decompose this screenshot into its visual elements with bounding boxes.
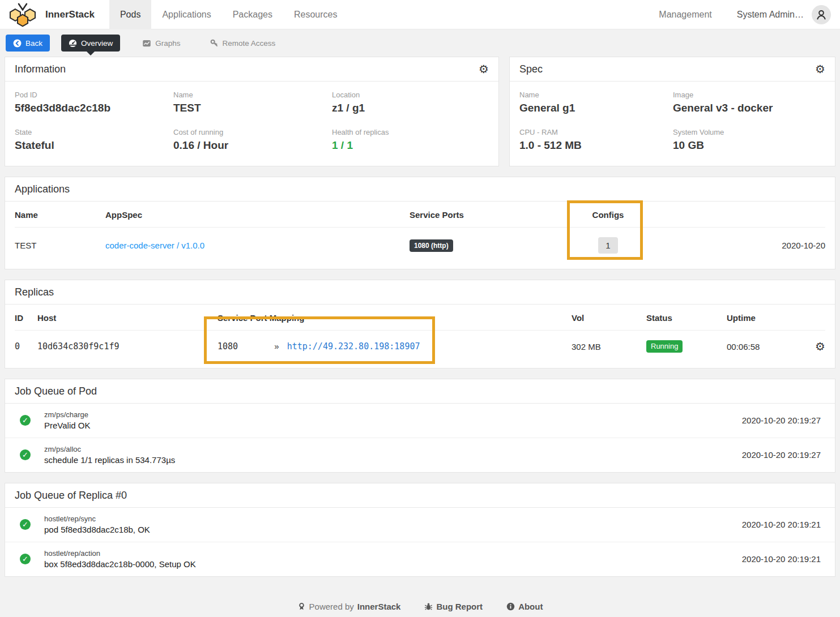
job-row: ✓ hostlet/rep/sync pod 5f8ed3d8dac2c18b,… [5, 508, 835, 542]
brand-logo-icon[interactable] [7, 1, 39, 28]
page: InnerStack Pods Applications Packages Re… [0, 0, 840, 617]
status-badge: Running [646, 340, 683, 353]
replica-vol: 302 MB [572, 342, 646, 352]
information-settings-gear-icon[interactable]: ⚙ [479, 63, 489, 75]
appspec-link[interactable]: coder-code-server / v1.0.0 [105, 241, 204, 250]
info-circle-icon [506, 602, 515, 611]
tab-overview[interactable]: Overview [61, 35, 120, 52]
information-card: Information ⚙ Pod ID 5f8ed3d8dac2c18b Na… [5, 57, 499, 166]
field-cost: Cost of running 0.16 / Hour [173, 128, 332, 152]
field-spec-volume: System Volume 10 GB [673, 128, 825, 152]
check-circle-icon: ✓ [20, 415, 31, 426]
job-queue-pod-card: Job Queue of Pod ✓ zm/ps/charge PreValid… [5, 379, 835, 473]
brand-name: InnerStack [45, 9, 95, 20]
nav-tab-pods[interactable]: Pods [109, 0, 151, 29]
app-date: 2020-10-20 [643, 241, 825, 250]
replica-settings-gear-icon[interactable]: ⚙ [815, 341, 825, 352]
job-result: PreValid OK [44, 421, 742, 430]
nav-right: Management System Admin… [646, 0, 840, 29]
pod-toolbar: Back Overview Graphs Remote Access [0, 29, 840, 54]
applications-title: Applications [15, 183, 70, 195]
tab-graphs[interactable]: Graphs [135, 35, 187, 52]
job-time: 2020-10-20 20:19:27 [742, 450, 821, 460]
nav-tab-resources[interactable]: Resources [283, 0, 348, 29]
information-title: Information [15, 63, 66, 75]
honeycomb-bee-icon [8, 2, 37, 28]
applications-table-header: Name AppSpec Service Ports Configs [15, 202, 825, 228]
field-state: State Stateful [15, 128, 173, 152]
job-row: ✓ zm/ps/alloc schedule 1/1 replicas in 5… [5, 438, 835, 472]
job-row: ✓ hostlet/rep/action box 5f8ed3d8dac2c18… [5, 542, 835, 576]
bug-report-label: Bug Report [436, 602, 483, 611]
nav-tab-packages[interactable]: Packages [222, 0, 283, 29]
replicas-card: Replicas ID Host Service Port Mapping Vo… [5, 280, 835, 369]
job-queue-replica-card: Job Queue of Replica #0 ✓ hostlet/rep/sy… [5, 483, 835, 577]
mapping-url-link[interactable]: http://49.232.80.198:18907 [287, 341, 420, 352]
powered-by-prefix: Powered by [309, 602, 354, 611]
spec-card: Spec ⚙ Name General g1 Image General v3 … [509, 57, 835, 166]
replicas-title: Replicas [15, 286, 54, 298]
nav-management[interactable]: Management [646, 0, 724, 29]
back-label: Back [25, 39, 42, 48]
check-circle-icon: ✓ [20, 449, 31, 460]
replica-row: 0 10d634c830f9c1f9 1080 » http://49.232.… [15, 331, 825, 363]
check-circle-icon: ✓ [20, 554, 31, 564]
main-nav: Pods Applications Packages Resources [109, 0, 348, 29]
footer: Powered by InnerStack Bug Report About [5, 587, 835, 617]
job-queue-replica-title: Job Queue of Replica #0 [15, 490, 127, 502]
configs-count-button[interactable]: 1 [598, 237, 617, 254]
job-time: 2020-10-20 20:19:21 [742, 520, 821, 529]
award-ribbon-icon [297, 602, 306, 611]
tab-remote-access[interactable]: Remote Access [203, 35, 283, 52]
about-link[interactable]: About [506, 602, 543, 611]
job-result: box 5f8ed3d8dac2c18b-0000, Setup OK [44, 559, 742, 569]
application-row: TEST coder-code-server / v1.0.0 1080 (ht… [15, 228, 825, 264]
field-location: Location z1 / g1 [332, 91, 489, 114]
job-name: hostlet/rep/action [44, 549, 742, 558]
speedometer-icon [69, 39, 77, 48]
powered-by-link[interactable]: Powered by InnerStack [297, 602, 401, 611]
job-name: hostlet/rep/sync [44, 515, 742, 523]
job-row: ✓ zm/ps/charge PreValid OK 2020-10-20 20… [5, 404, 835, 438]
spec-title: Spec [519, 63, 543, 75]
job-time: 2020-10-20 20:19:27 [742, 415, 821, 425]
app-name: TEST [15, 241, 105, 250]
key-icon [210, 39, 219, 48]
chevron-left-circle-icon [13, 39, 22, 48]
bug-report-link[interactable]: Bug Report [424, 602, 483, 611]
spec-settings-gear-icon[interactable]: ⚙ [815, 63, 825, 75]
field-spec-cpu-ram: CPU - RAM 1.0 - 512 MB [519, 128, 673, 152]
job-time: 2020-10-20 20:19:21 [742, 554, 821, 564]
field-name: Name TEST [173, 91, 332, 114]
content: Information ⚙ Pod ID 5f8ed3d8dac2c18b Na… [0, 54, 840, 617]
replica-id: 0 [15, 341, 37, 352]
nav-tab-applications[interactable]: Applications [151, 0, 221, 29]
back-button[interactable]: Back [6, 35, 50, 52]
replica-host: 10d634c830f9c1f9 [37, 341, 218, 352]
job-name: zm/ps/alloc [44, 445, 742, 453]
field-pod-id: Pod ID 5f8ed3d8dac2c18b [15, 91, 173, 114]
powered-by-brand: InnerStack [357, 602, 401, 611]
job-result: pod 5f8ed3d8dac2c18b, OK [44, 525, 742, 534]
person-icon [815, 8, 828, 21]
field-health: Health of replicas 1 / 1 [332, 128, 489, 152]
applications-card: Applications Name AppSpec Service Ports … [5, 177, 835, 269]
nav-user-name[interactable]: System Admin… [724, 0, 812, 29]
graphs-label: Graphs [155, 39, 180, 48]
replicas-table-header: ID Host Service Port Mapping Vol Status … [15, 305, 825, 331]
replica-port-mapping: 1080 » http://49.232.80.198:18907 [218, 341, 572, 352]
field-spec-image: Image General v3 - docker [673, 91, 825, 114]
remote-access-label: Remote Access [223, 39, 276, 48]
job-queue-pod-title: Job Queue of Pod [15, 385, 97, 397]
top-navbar: InnerStack Pods Applications Packages Re… [0, 0, 840, 29]
user-avatar[interactable] [812, 5, 831, 24]
mapping-port: 1080 [218, 341, 272, 352]
chart-icon [142, 39, 151, 48]
job-result: schedule 1/1 replicas in 534.773µs [44, 455, 742, 465]
check-circle-icon: ✓ [20, 519, 31, 530]
job-name: zm/ps/charge [44, 410, 742, 419]
bug-icon [424, 602, 433, 611]
service-port-badge: 1080 (http) [410, 239, 453, 252]
overview-label: Overview [81, 39, 113, 48]
mapping-arrow: » [274, 341, 279, 351]
